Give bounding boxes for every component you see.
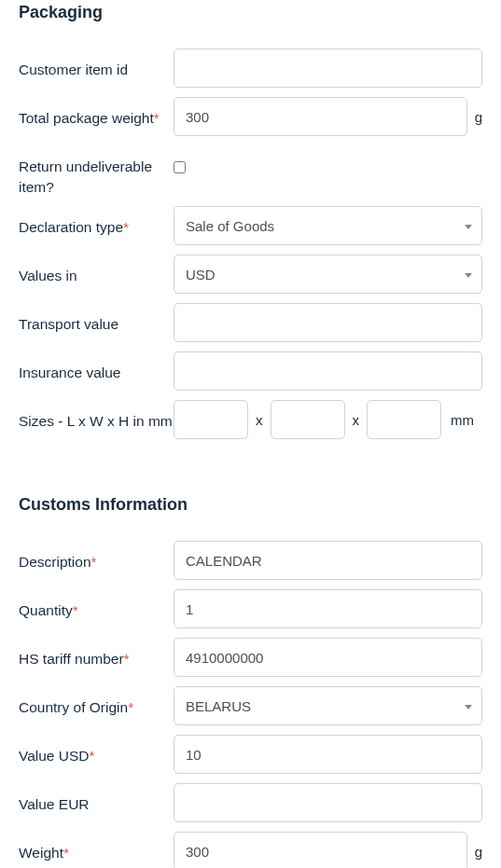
- sizes-row: Sizes - L x W x H in mm x x mm: [19, 400, 482, 439]
- sizes-label: Sizes - L x W x H in mm: [19, 400, 174, 432]
- declaration-type-label-text: Declaration type: [19, 219, 123, 235]
- values-in-selected: USD: [186, 267, 216, 282]
- hs-tariff-label-text: HS tariff number: [19, 651, 124, 667]
- quantity-label: Quantity*: [19, 589, 174, 621]
- required-marker: *: [124, 651, 130, 667]
- values-in-row: Values in USD: [19, 255, 482, 294]
- values-in-label: Values in: [19, 255, 174, 286]
- transport-value-input[interactable]: [174, 303, 482, 342]
- total-package-weight-label: Total package weight*: [19, 97, 174, 129]
- value-usd-input[interactable]: [174, 735, 482, 774]
- value-usd-label: Value USD*: [19, 735, 174, 766]
- insurance-value-row: Insurance value: [19, 351, 482, 391]
- size-separator: x: [256, 412, 263, 428]
- transport-value-row: Transport value: [19, 303, 482, 342]
- weight-unit: g: [473, 844, 482, 860]
- return-undeliverable-checkbox[interactable]: [174, 161, 186, 173]
- customer-item-id-label: Customer item id: [19, 48, 174, 80]
- declaration-type-row: Declaration type* Sale of Goods: [19, 206, 482, 245]
- insurance-value-input[interactable]: [174, 351, 482, 391]
- hs-tariff-input[interactable]: [174, 638, 482, 677]
- total-package-weight-label-text: Total package weight: [19, 110, 154, 126]
- size-height-input[interactable]: [367, 400, 441, 439]
- value-usd-label-text: Value USD: [19, 748, 90, 764]
- customer-item-id-row: Customer item id: [19, 48, 482, 88]
- country-of-origin-selected: BELARUS: [186, 698, 251, 714]
- required-marker: *: [73, 602, 78, 618]
- size-width-input[interactable]: [271, 400, 345, 439]
- declaration-type-label: Declaration type*: [19, 206, 174, 238]
- value-eur-label: Value EUR: [19, 783, 174, 815]
- declaration-type-selected: Sale of Goods: [186, 218, 274, 234]
- customer-item-id-input[interactable]: [174, 48, 482, 88]
- values-in-select[interactable]: USD: [174, 255, 482, 294]
- description-label-text: Description: [19, 554, 91, 570]
- required-marker: *: [91, 554, 97, 570]
- required-marker: *: [90, 748, 95, 764]
- customs-heading: Customs Information: [19, 495, 482, 515]
- size-unit: mm: [449, 412, 474, 428]
- total-package-weight-row: Total package weight* g: [19, 97, 482, 136]
- country-of-origin-label: Country of Origin*: [19, 686, 174, 718]
- hs-tariff-row: HS tariff number*: [19, 638, 482, 677]
- quantity-input[interactable]: [174, 589, 482, 628]
- quantity-row: Quantity*: [19, 589, 482, 628]
- return-undeliverable-label: Return undeliverable item?: [19, 145, 174, 197]
- declaration-type-select[interactable]: Sale of Goods: [174, 206, 482, 245]
- required-marker: *: [63, 845, 69, 861]
- weight-unit: g: [473, 109, 482, 125]
- weight-label-text: Weight: [19, 845, 63, 861]
- packaging-heading: Packaging: [19, 3, 482, 22]
- description-row: Description*: [19, 541, 482, 580]
- country-of-origin-row: Country of Origin* BELARUS: [19, 686, 482, 725]
- description-input[interactable]: [174, 541, 482, 580]
- required-marker: *: [123, 219, 129, 235]
- transport-value-label: Transport value: [19, 303, 174, 335]
- required-marker: *: [128, 699, 133, 715]
- country-of-origin-label-text: Country of Origin: [19, 699, 128, 715]
- country-of-origin-select[interactable]: BELARUS: [174, 686, 482, 725]
- quantity-label-text: Quantity: [19, 602, 73, 618]
- size-length-input[interactable]: [174, 400, 248, 439]
- size-separator: x: [353, 412, 360, 428]
- return-undeliverable-row: Return undeliverable item?: [19, 145, 482, 197]
- description-label: Description*: [19, 541, 174, 572]
- weight-label: Weight*: [19, 832, 174, 863]
- value-eur-input[interactable]: [174, 783, 482, 822]
- insurance-value-label: Insurance value: [19, 351, 174, 383]
- weight-input[interactable]: [174, 832, 467, 868]
- required-marker: *: [154, 110, 160, 126]
- value-usd-row: Value USD*: [19, 735, 482, 774]
- value-eur-row: Value EUR: [19, 783, 482, 822]
- weight-row: Weight* g: [19, 832, 482, 868]
- hs-tariff-label: HS tariff number*: [19, 638, 174, 669]
- total-package-weight-input[interactable]: [174, 97, 467, 136]
